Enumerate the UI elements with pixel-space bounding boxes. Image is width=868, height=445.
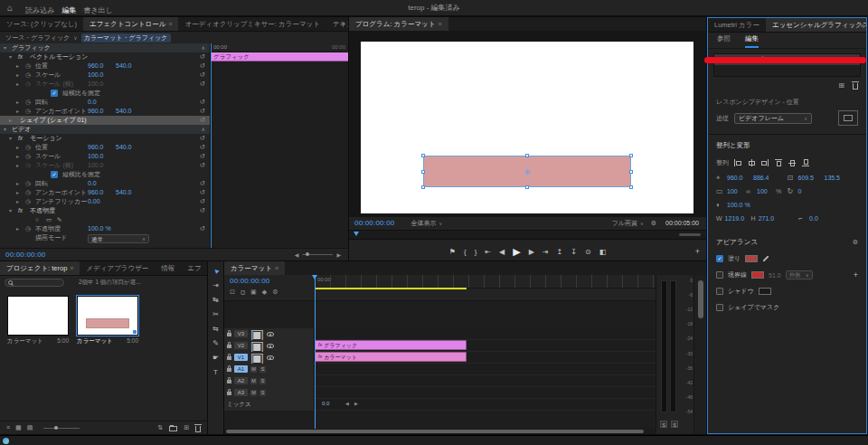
param-value[interactable]: 960.0 bbox=[88, 62, 104, 71]
lock-icon[interactable] bbox=[227, 380, 231, 383]
twirl-icon[interactable]: ▸ bbox=[16, 179, 19, 188]
track-target-badge[interactable]: A3 bbox=[234, 389, 248, 396]
reset-parameter-icon[interactable]: ↺ bbox=[200, 71, 205, 80]
razor-tool[interactable]: ✂ bbox=[208, 309, 223, 319]
eg-mode-0[interactable]: 参照 bbox=[717, 34, 731, 48]
param-value[interactable]: 540.0 bbox=[116, 107, 132, 116]
menubar-item-2[interactable]: 書き出し bbox=[80, 6, 116, 14]
blend-mode-select[interactable]: 通常∨ bbox=[88, 234, 149, 243]
mute-button[interactable]: M bbox=[250, 390, 257, 396]
search-input[interactable] bbox=[5, 279, 64, 287]
mini-timeline-clip[interactable]: グラフィック bbox=[211, 52, 348, 62]
reset-parameter-icon[interactable]: ↺ bbox=[200, 80, 205, 89]
reset-parameter-icon[interactable]: ↺ bbox=[200, 107, 205, 116]
panel-menu-icon[interactable]: ≡ bbox=[438, 21, 441, 27]
time-ruler[interactable]: 00:00 bbox=[315, 275, 656, 289]
twirl-icon[interactable]: ▸ bbox=[16, 152, 19, 161]
reset-parameter-icon[interactable]: ↺ bbox=[200, 134, 205, 143]
add-stroke-icon[interactable]: + bbox=[854, 270, 858, 279]
shadow-color-swatch[interactable] bbox=[759, 288, 771, 295]
mask-pen-icon[interactable]: ✎ bbox=[57, 215, 61, 224]
stopwatch-icon[interactable]: ◷ bbox=[25, 62, 31, 71]
align-right-icon[interactable] bbox=[760, 158, 769, 167]
transform-handle[interactable] bbox=[525, 154, 529, 157]
follow-select[interactable]: ビデオフレーム ∨ bbox=[734, 113, 812, 124]
sequence-clip-label[interactable]: カラーマット・グラフィック bbox=[81, 33, 171, 43]
fill-checkbox[interactable] bbox=[716, 255, 723, 262]
reset-parameter-icon[interactable]: ↺ bbox=[200, 98, 205, 107]
collapse-icon[interactable]: ∧ bbox=[202, 43, 205, 52]
param-value[interactable]: 100.0 bbox=[88, 71, 104, 80]
extract-button[interactable]: ↧ bbox=[571, 248, 577, 256]
twirl-icon[interactable]: ▸ bbox=[16, 161, 19, 170]
lock-icon[interactable] bbox=[227, 356, 231, 360]
selection-tool[interactable]: ▲ bbox=[208, 266, 223, 276]
reset-parameter-icon[interactable]: ↺ bbox=[200, 152, 205, 161]
ec-param-row[interactable]: ▸◷アンカーポイント960.0540.0↺ bbox=[0, 188, 210, 197]
twirl-icon[interactable]: ▾ bbox=[9, 206, 12, 215]
panel-menu-icon[interactable]: ≡ bbox=[168, 21, 172, 27]
reset-parameter-icon[interactable]: ↺ bbox=[200, 224, 205, 233]
param-value[interactable]: 100.0 % bbox=[88, 224, 111, 233]
effect-controls-tab-1[interactable]: エフェクトコントロール≡ bbox=[83, 17, 178, 31]
stopwatch-icon[interactable]: ◷ bbox=[25, 80, 31, 89]
selected-shape[interactable]: ⊕ bbox=[423, 156, 631, 187]
stopwatch-icon[interactable]: ◷ bbox=[25, 197, 31, 206]
solo-button[interactable]: S bbox=[259, 366, 266, 373]
timeline-timecode[interactable]: 00:00:00:00 bbox=[230, 277, 269, 285]
stroke-checkbox[interactable] bbox=[716, 271, 723, 279]
ec-check-row[interactable]: 縦横比を固定 bbox=[0, 170, 210, 179]
checkbox[interactable] bbox=[51, 90, 58, 97]
track-target-badge[interactable]: A2 bbox=[234, 377, 248, 384]
reset-parameter-icon[interactable]: ↺ bbox=[200, 206, 205, 215]
width-value[interactable]: 1219.0 bbox=[725, 215, 745, 222]
collapse-icon[interactable]: ∧ bbox=[202, 125, 205, 134]
effect-controls-timecode[interactable]: 00:00:00:00 bbox=[5, 251, 45, 259]
reset-parameter-icon[interactable]: ↺ bbox=[200, 188, 205, 197]
twirl-icon[interactable]: ▸ bbox=[16, 62, 19, 71]
stroke-type-select[interactable]: 外側 ∨ bbox=[786, 270, 813, 279]
twirl-icon[interactable]: ▸ bbox=[16, 98, 19, 107]
twirl-icon[interactable]: ▾ bbox=[9, 52, 12, 62]
meter-solo-button[interactable]: S bbox=[660, 421, 667, 428]
freeform-view-icon[interactable]: ▤ bbox=[27, 424, 33, 431]
project-tab-2[interactable]: 情報 bbox=[155, 261, 181, 275]
mark-out-button[interactable]: } bbox=[475, 248, 477, 256]
solo-button[interactable]: S bbox=[259, 390, 266, 396]
timeline-playhead[interactable] bbox=[315, 275, 316, 429]
anchor-y-value[interactable]: 135.5 bbox=[825, 175, 844, 181]
project-tab-0[interactable]: プロジェクト: terop≡ bbox=[0, 261, 80, 275]
zoom-in-icon[interactable]: ▶ bbox=[336, 251, 341, 258]
transform-handle[interactable] bbox=[629, 185, 633, 189]
stopwatch-icon[interactable]: ◷ bbox=[25, 161, 31, 170]
link-scale-icon[interactable]: ∞ bbox=[746, 188, 750, 194]
new-bin-icon[interactable] bbox=[169, 426, 177, 431]
master-volume-value[interactable]: 0.0 bbox=[322, 401, 329, 406]
reset-parameter-icon[interactable]: ↺ bbox=[200, 52, 205, 62]
reset-parameter-icon[interactable]: ↺ bbox=[200, 197, 205, 206]
param-value[interactable]: 0.0 bbox=[88, 98, 97, 107]
ec-group-row[interactable]: ▾グラフィック∧ bbox=[0, 43, 210, 52]
step-back-button[interactable]: ◀ bbox=[499, 248, 505, 256]
nest-indicator-icon[interactable]: ⊡ bbox=[230, 289, 235, 296]
param-value[interactable]: 540.0 bbox=[116, 62, 132, 71]
lock-icon[interactable] bbox=[227, 368, 231, 372]
param-value[interactable]: 540.0 bbox=[116, 188, 132, 197]
twirl-icon[interactable]: ▸ bbox=[16, 71, 19, 80]
reset-parameter-icon[interactable]: ↺ bbox=[200, 62, 205, 71]
project-item[interactable]: カラーマット5:00 bbox=[77, 296, 138, 346]
twirl-icon[interactable]: ▸ bbox=[9, 116, 12, 125]
param-value[interactable]: 960.0 bbox=[88, 107, 104, 116]
ec-param-row[interactable]: ▸◷アンカーポイント960.0540.0↺ bbox=[0, 107, 210, 116]
master-clip-label[interactable]: ソース・グラフィック bbox=[5, 33, 70, 43]
track-lane[interactable]: fxグラフィック bbox=[315, 340, 656, 351]
transform-handle[interactable] bbox=[629, 154, 633, 157]
thumbnail-zoom-slider[interactable] bbox=[43, 428, 80, 429]
ec-zoom-slider[interactable] bbox=[302, 254, 333, 255]
add-marker-button[interactable]: ⚑ bbox=[449, 248, 456, 256]
panel-menu-icon[interactable]: ≡ bbox=[70, 265, 73, 271]
ec-effect-row[interactable]: ▾fxベクトルモーション↺ bbox=[0, 52, 210, 62]
tab-overflow-icon[interactable]: » bbox=[861, 19, 864, 33]
transform-handle[interactable] bbox=[421, 185, 425, 189]
pen-tool[interactable]: ✎ bbox=[208, 338, 223, 348]
